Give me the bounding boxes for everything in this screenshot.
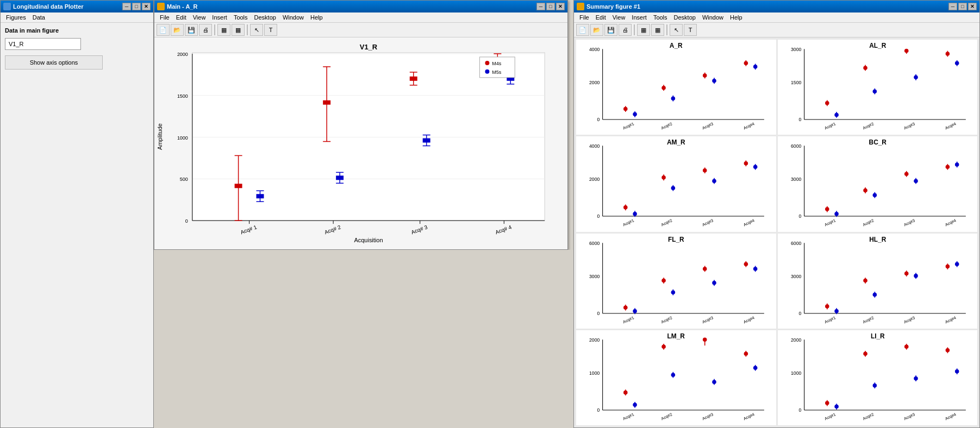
svg-text:Acq#4: Acq#4	[944, 218, 957, 228]
sum-toolbar-grid2[interactable]: ▦	[651, 24, 664, 36]
toolbar-new[interactable]: 📄	[157, 24, 170, 36]
svg-text:2000: 2000	[589, 177, 600, 182]
menu-figures[interactable]: Figures	[3, 13, 29, 22]
main-figure-titlebar: Main - A_R ─ □ ✕	[154, 1, 567, 12]
sum-menu-desktop[interactable]: Desktop	[671, 13, 699, 22]
summary-close-btn[interactable]: ✕	[968, 3, 977, 10]
toolbar-text[interactable]: T	[264, 24, 277, 36]
summary-figure-toolbar: 📄 📂 💾 🖨 ▦ ▦ ↖ T	[574, 23, 979, 37]
svg-text:Acq#2: Acq#2	[862, 412, 874, 421]
toolbar-open[interactable]: 📂	[171, 24, 184, 36]
main-maximize-btn[interactable]: □	[546, 3, 555, 10]
toolbar-grid1[interactable]: ▦	[217, 24, 230, 36]
sum-menu-window[interactable]: Window	[699, 13, 727, 22]
main-minimize-btn[interactable]: ─	[536, 3, 545, 10]
svg-rect-29	[323, 100, 330, 105]
left-panel-title: Longitudinal data Plotter	[13, 3, 122, 10]
svg-text:AM_R: AM_R	[667, 139, 685, 146]
svg-text:Acq#3: Acq#3	[903, 218, 915, 228]
svg-text:Acq#1: Acq#1	[622, 121, 635, 130]
svg-text:Acq#4: Acq#4	[742, 412, 755, 421]
show-axis-btn[interactable]: Show axis options	[5, 55, 103, 70]
left-panel-content: Data in main figure V1_R V2_R V3_R Show …	[1, 23, 153, 427]
svg-text:500: 500	[180, 177, 188, 182]
minimize-btn[interactable]: ─	[122, 3, 131, 10]
svg-text:Acq#3: Acq#3	[702, 412, 714, 421]
mini-chart-BC_R-svg: BC_R 6000 3000 0 Acq#1 Acq#2 Acq#3 Acq#4	[778, 136, 978, 231]
mini-chart-AM_R: AM_R 4000 2000 0 Acq#1 Acq#2 Acq#3 Acq#4	[576, 136, 776, 231]
toolbar-arrow[interactable]: ↖	[250, 24, 263, 36]
maximize-btn[interactable]: □	[132, 3, 141, 10]
svg-text:2000: 2000	[791, 337, 801, 342]
svg-text:Acq#1: Acq#1	[622, 218, 635, 228]
mini-chart-A_R-svg: A_R 4000 2000 0 Acq#1 Acq#2 Acq#3 Acq#4	[576, 40, 776, 135]
sum-toolbar-text[interactable]: T	[684, 24, 697, 36]
left-panel-menubar: Figures Data	[1, 12, 153, 23]
summary-figure-title: Summary figure #1	[586, 3, 948, 10]
summary-window-controls: ─ □ ✕	[948, 3, 977, 10]
svg-text:6000: 6000	[791, 240, 801, 246]
sum-menu-view[interactable]: View	[609, 13, 629, 22]
svg-text:0: 0	[185, 218, 188, 224]
toolbar-grid2[interactable]: ▦	[232, 24, 245, 36]
sum-toolbar-new[interactable]: 📄	[576, 24, 589, 36]
svg-text:4000: 4000	[589, 143, 600, 149]
sum-toolbar-open[interactable]: 📂	[590, 24, 603, 36]
left-panel-titlebar: Longitudinal data Plotter ─ □ ✕	[1, 1, 153, 12]
toolbar-print[interactable]: 🖨	[199, 24, 212, 36]
main-figure-menubar: File Edit View Insert Tools Desktop Wind…	[154, 12, 567, 23]
toolbar-save[interactable]: 💾	[185, 24, 198, 36]
svg-rect-41	[257, 194, 264, 198]
main-menu-window[interactable]: Window	[279, 13, 307, 22]
svg-text:Acq#4: Acq#4	[742, 218, 755, 228]
svg-text:0: 0	[597, 117, 600, 122]
main-menu-desktop[interactable]: Desktop	[251, 13, 279, 22]
summary-grid: A_R 4000 2000 0 Acq#1 Acq#2 Acq#3 Acq#4	[574, 37, 979, 427]
app-icon	[3, 3, 11, 10]
main-menu-edit[interactable]: Edit	[173, 13, 190, 22]
sum-toolbar-save[interactable]: 💾	[604, 24, 617, 36]
main-menu-file[interactable]: File	[157, 13, 173, 22]
svg-text:Acq#4: Acq#4	[944, 412, 957, 421]
toolbar-sep2	[247, 24, 248, 35]
mini-chart-AM_R-svg: AM_R 4000 2000 0 Acq#1 Acq#2 Acq#3 Acq#4	[576, 136, 776, 231]
sum-menu-edit[interactable]: Edit	[592, 13, 609, 22]
svg-text:Acq#4: Acq#4	[944, 121, 957, 130]
svg-text:2000: 2000	[177, 52, 188, 57]
svg-text:0: 0	[798, 117, 801, 122]
summary-figure-titlebar: Summary figure #1 ─ □ ✕	[574, 1, 979, 12]
main-menu-tools[interactable]: Tools	[230, 13, 251, 22]
close-btn[interactable]: ✕	[142, 3, 151, 10]
svg-text:Acq#3: Acq#3	[903, 121, 915, 130]
svg-text:M4s: M4s	[492, 61, 501, 66]
summary-minimize-btn[interactable]: ─	[948, 3, 957, 10]
svg-text:1500: 1500	[791, 80, 801, 85]
main-menu-insert[interactable]: Insert	[209, 13, 230, 22]
left-panel-window: Longitudinal data Plotter ─ □ ✕ Figures …	[0, 0, 154, 428]
sum-menu-help[interactable]: Help	[727, 13, 746, 22]
main-figure-window: Main - A_R ─ □ ✕ File Edit View Insert T…	[154, 0, 568, 250]
sum-menu-file[interactable]: File	[576, 13, 592, 22]
main-close-btn[interactable]: ✕	[556, 3, 565, 10]
svg-rect-33	[410, 77, 417, 81]
svg-text:Acq#1: Acq#1	[823, 412, 836, 421]
sum-menu-insert[interactable]: Insert	[628, 13, 650, 22]
svg-text:4000: 4000	[589, 47, 600, 52]
desktop-bg	[154, 250, 573, 428]
main-menu-help[interactable]: Help	[307, 13, 326, 22]
svg-text:2000: 2000	[589, 337, 600, 342]
summary-maximize-btn[interactable]: □	[958, 3, 967, 10]
svg-text:BC_R: BC_R	[869, 139, 887, 146]
sum-menu-tools[interactable]: Tools	[650, 13, 671, 22]
sum-toolbar-grid1[interactable]: ▦	[637, 24, 650, 36]
sum-toolbar-arrow[interactable]: ↖	[670, 24, 683, 36]
mini-chart-LM_R: LM_R 2000 1000 0 Acq#1 Acq#2 Acq#3 Acq#4	[576, 330, 776, 425]
sum-toolbar-print[interactable]: 🖨	[619, 24, 632, 36]
svg-text:6000: 6000	[589, 240, 600, 246]
menu-data[interactable]: Data	[29, 13, 48, 22]
variable-dropdown[interactable]: V1_R V2_R V3_R	[5, 38, 81, 50]
svg-text:6000: 6000	[791, 143, 801, 149]
svg-text:Acq#4: Acq#4	[742, 121, 755, 130]
main-menu-view[interactable]: View	[190, 13, 209, 22]
svg-text:1000: 1000	[589, 370, 600, 376]
